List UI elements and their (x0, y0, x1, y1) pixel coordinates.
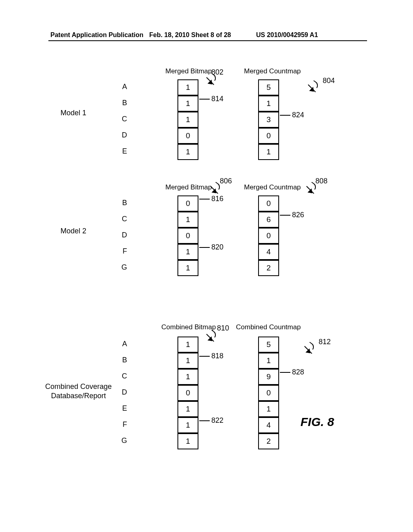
model1-bitmap-cell: 0 (177, 128, 198, 144)
combined-bitmap-cell: 1 (177, 369, 198, 385)
model1-bitmap-header: Merged Bitmap (165, 67, 212, 75)
patent-figure-page: Patent Application Publication Feb. 18, … (0, 0, 413, 532)
header-rule (48, 40, 367, 41)
leader-icon (199, 420, 210, 421)
ref-804: 804 (323, 77, 335, 85)
model1-countmap-cell: 5 (258, 79, 279, 96)
combined-row-c: C (115, 372, 127, 380)
combined-countmap-cell: 0 (258, 385, 279, 401)
combined-bitmap-header: Combined Bitmap (161, 323, 216, 331)
combined-row-a: A (115, 340, 127, 348)
model2-section: Model 2 B C D F G Merged Bitmap 806 0 1 … (0, 179, 413, 284)
model2-countmap-cell: 6 (258, 212, 279, 228)
combined-countmap-header: Combined Countmap (236, 323, 301, 331)
model2-bitmap-cell: 1 (177, 244, 198, 260)
model2-countmap-cell: 0 (258, 228, 279, 244)
model2-row-f: F (115, 247, 127, 256)
model2-row-b: B (115, 199, 127, 207)
model2-bitmap-cell: 1 (177, 260, 198, 276)
combined-countmap-cell: 2 (258, 433, 279, 449)
hook-icon (209, 330, 218, 338)
model1-bitmap-cell: 1 (177, 79, 198, 96)
model2-label: Model 2 (60, 227, 86, 235)
ref-814: 814 (211, 95, 223, 103)
ref-824: 824 (292, 111, 304, 119)
ref-818: 818 (211, 352, 223, 360)
model2-bitmap-cell: 0 (177, 228, 198, 244)
hook-icon (307, 342, 316, 350)
leader-icon (199, 99, 210, 100)
ref-816: 816 (211, 195, 223, 203)
leader-icon (280, 215, 290, 216)
model1-row-a: A (115, 83, 127, 91)
header-right: US 2010/0042959 A1 (256, 31, 318, 39)
combined-countmap-cell: 1 (258, 401, 279, 417)
leader-icon (280, 372, 290, 373)
combined-row-d: D (115, 388, 127, 397)
model2-row-d: D (115, 231, 127, 239)
combined-row-e: E (115, 404, 127, 413)
model1-bitmap-cell: 1 (177, 112, 198, 128)
combined-bitmap-cell: 1 (177, 353, 198, 369)
model2-row-c: C (115, 215, 127, 223)
model2-bitmap-cell: 1 (177, 212, 198, 228)
combined-bitmap-cell: 1 (177, 433, 198, 449)
model1-countmap-header: Merged Countmap (244, 67, 301, 75)
model2-countmap-cell: 4 (258, 244, 279, 260)
combined-countmap-cell: 1 (258, 353, 279, 369)
ref-820: 820 (211, 243, 223, 251)
combined-countmap-cell: 5 (258, 337, 279, 353)
model2-countmap-cell: 2 (258, 260, 279, 276)
combined-bitmap-cell: 1 (177, 417, 198, 433)
combined-label: Combined Coverage Database/Report (45, 382, 112, 401)
ref-808: 808 (315, 177, 327, 185)
model1-countmap-cell: 1 (258, 96, 279, 112)
combined-bitmap-cell: 0 (177, 385, 198, 401)
leader-icon (280, 115, 290, 116)
model1-bitmap-cell: 1 (177, 144, 198, 160)
combined-row-b: B (115, 356, 127, 364)
figure-label: FIG. 8 (300, 415, 334, 429)
model1-countmap-cell: 1 (258, 144, 279, 160)
model1-bitmap-cell: 1 (177, 96, 198, 112)
leader-icon (199, 356, 210, 357)
combined-bitmap-cell: 1 (177, 337, 198, 353)
ref-828: 828 (292, 368, 304, 376)
combined-row-f: F (115, 420, 127, 429)
combined-row-g: G (115, 436, 127, 445)
ref-822: 822 (211, 416, 223, 425)
header-left: Patent Application Publication (50, 31, 144, 39)
model2-bitmap-header: Merged Bitmap (165, 183, 212, 191)
combined-section: Combined Coverage Database/Report A B C … (0, 326, 413, 472)
header-center: Feb. 18, 2010 Sheet 8 of 28 (149, 31, 231, 39)
model2-row-g: G (115, 263, 127, 272)
ref-810: 810 (217, 324, 229, 332)
model1-row-d: D (115, 131, 127, 139)
model2-countmap-cell: 0 (258, 195, 279, 212)
model1-row-b: B (115, 99, 127, 107)
ref-812: 812 (319, 338, 331, 346)
combined-bitmap-cell: 1 (177, 401, 198, 417)
ref-806: 806 (220, 177, 232, 185)
model1-section: Model 1 A B C D E Merged Bitmap 802 1 1 … (0, 71, 413, 175)
model2-bitmap-cell: 0 (177, 195, 198, 212)
model1-label: Model 1 (60, 109, 86, 117)
combined-countmap-cell: 4 (258, 417, 279, 433)
leader-icon (199, 199, 210, 200)
ref-826: 826 (292, 211, 304, 219)
leader-icon (199, 247, 210, 248)
model1-countmap-cell: 3 (258, 112, 279, 128)
model2-countmap-header: Merged Countmap (244, 183, 301, 191)
model1-row-c: C (115, 115, 127, 123)
combined-countmap-cell: 9 (258, 369, 279, 385)
model1-row-e: E (115, 147, 127, 156)
model1-countmap-cell: 0 (258, 128, 279, 144)
